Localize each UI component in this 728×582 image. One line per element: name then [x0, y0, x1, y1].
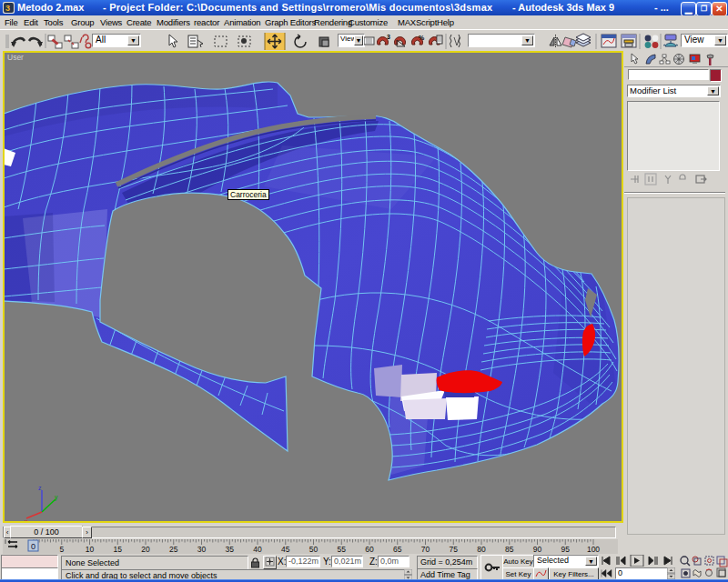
svg-text:30: 30 — [197, 545, 207, 554]
svg-text:40: 40 — [253, 545, 262, 554]
svg-text:0: 0 — [31, 542, 35, 551]
svg-text:%: % — [419, 35, 425, 41]
svg-text:15: 15 — [114, 545, 123, 554]
svg-text:70: 70 — [421, 545, 430, 554]
svg-text:55: 55 — [337, 545, 346, 554]
svg-text:95: 95 — [561, 545, 570, 554]
svg-text:z: z — [38, 485, 42, 491]
svg-text:80: 80 — [477, 545, 486, 554]
svg-text:35: 35 — [226, 545, 235, 554]
svg-text:3: 3 — [5, 4, 10, 13]
svg-text:10: 10 — [86, 545, 95, 554]
svg-text:45: 45 — [281, 545, 290, 554]
svg-text:5: 5 — [59, 545, 64, 554]
svg-text:75: 75 — [449, 545, 458, 554]
svg-text:20: 20 — [141, 545, 150, 554]
svg-text:85: 85 — [505, 545, 514, 554]
svg-text:y: y — [55, 494, 58, 501]
svg-text:100: 100 — [587, 545, 600, 554]
svg-text:60: 60 — [365, 545, 374, 554]
svg-text:x: x — [25, 518, 28, 521]
svg-text:3: 3 — [387, 34, 390, 40]
svg-text:50: 50 — [309, 545, 318, 554]
svg-text:65: 65 — [393, 545, 402, 554]
svg-text:25: 25 — [169, 545, 178, 554]
svg-text:90: 90 — [533, 545, 542, 554]
